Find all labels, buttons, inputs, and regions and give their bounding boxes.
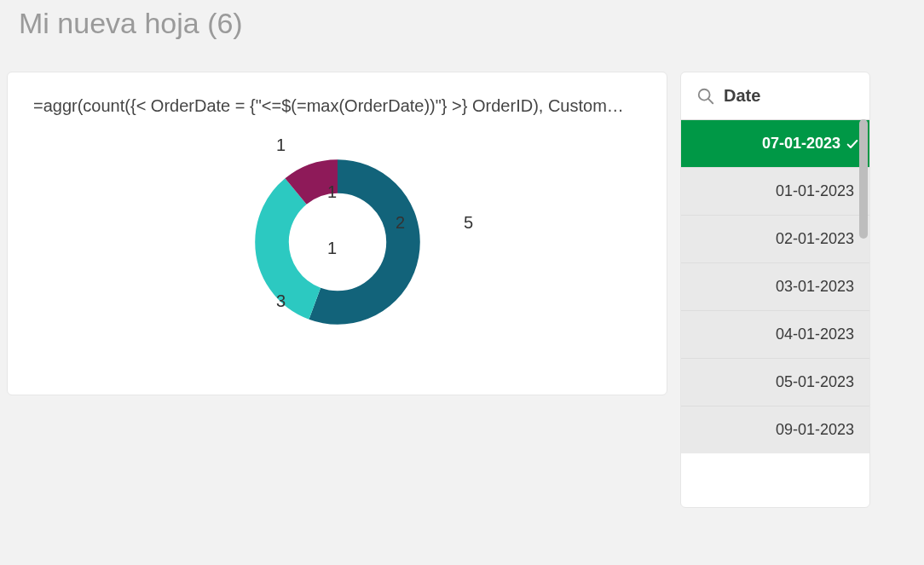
svg-line-4 [708, 98, 713, 102]
donut-inner-label-right: 2 [396, 213, 405, 233]
filter-item-selected[interactable]: 07-01-2023 [681, 119, 869, 167]
chart-card[interactable]: =aggr(count({< OrderDate = {"<=$(=max(Or… [7, 72, 667, 395]
donut-svg [244, 148, 431, 336]
filter-item[interactable]: 01-01-2023 [681, 167, 869, 215]
donut-chart[interactable]: 1 3 5 1 2 1 [33, 131, 641, 353]
search-icon[interactable] [696, 87, 715, 106]
filter-item[interactable]: 02-01-2023 [681, 215, 869, 262]
filter-item-label: 09-01-2023 [776, 421, 854, 439]
scrollbar-thumb[interactable] [859, 119, 868, 239]
chart-formula: =aggr(count({< OrderDate = {"<=$(=max(Or… [33, 96, 641, 116]
donut-outer-label-3: 3 [276, 291, 286, 311]
filter-list[interactable]: 07-01-2023 01-01-2023 02-01-2023 03-01-2… [681, 119, 869, 507]
filter-item[interactable]: 05-01-2023 [681, 358, 869, 406]
donut-outer-label-5: 5 [464, 213, 473, 233]
filter-title: Date [724, 86, 760, 106]
filter-item-label: 05-01-2023 [776, 373, 854, 391]
filter-item-label: 04-01-2023 [776, 326, 854, 343]
page-title: Mi nueva hoja (6) [19, 7, 243, 40]
donut-inner-label-bottom: 1 [327, 239, 337, 258]
filter-item-label: 01-01-2023 [776, 182, 854, 200]
filter-item-label: 07-01-2023 [762, 135, 840, 153]
filter-pane-date[interactable]: Date 07-01-2023 01-01-2023 02-01-2023 03… [680, 72, 870, 508]
scrollbar[interactable] [859, 119, 868, 505]
donut-inner-label-top: 1 [327, 182, 337, 202]
filter-item[interactable]: 09-01-2023 [681, 406, 869, 453]
filter-header[interactable]: Date [681, 72, 869, 119]
donut-outer-label-1: 1 [276, 135, 286, 155]
check-icon [846, 137, 859, 151]
filter-item[interactable]: 04-01-2023 [681, 310, 869, 358]
filter-item-label: 03-01-2023 [776, 278, 854, 296]
filter-item[interactable]: 03-01-2023 [681, 262, 869, 310]
filter-item-label: 02-01-2023 [776, 230, 854, 248]
